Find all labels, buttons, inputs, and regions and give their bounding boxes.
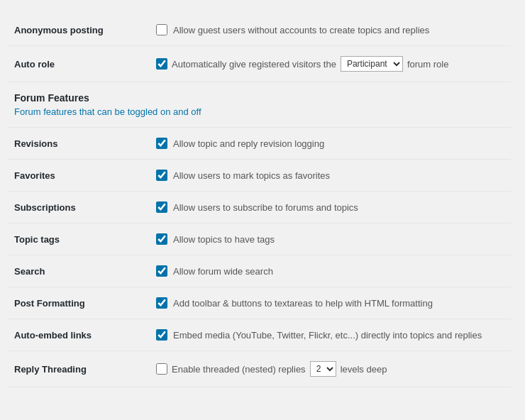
reply-threading-description-before: Enable threaded (nested) replies bbox=[172, 364, 306, 375]
topic-tags-row: Topic tags Allow topics to have tags bbox=[7, 223, 511, 255]
forum-features-heading: Forum Features bbox=[14, 92, 504, 104]
anonymous-posting-row: Anonymous posting Allow guest users with… bbox=[7, 14, 511, 46]
auto-embed-links-checkbox[interactable] bbox=[156, 329, 167, 341]
search-description: Allow forum wide search bbox=[173, 266, 273, 277]
anonymous-posting-label: Anonymous posting bbox=[14, 25, 104, 35]
search-label: Search bbox=[14, 266, 45, 277]
reply-threading-label: Reply Threading bbox=[14, 364, 87, 375]
auto-role-checkbox[interactable] bbox=[156, 58, 167, 70]
post-formatting-label: Post Formatting bbox=[14, 298, 85, 309]
auto-role-label: Auto role bbox=[14, 59, 55, 70]
reply-threading-control: Enable threaded (nested) replies 1 2 3 4… bbox=[156, 361, 504, 377]
favorites-checkbox[interactable] bbox=[156, 170, 167, 181]
subscriptions-row: Subscriptions Allow users to subscribe t… bbox=[7, 192, 511, 223]
anonymous-posting-description: Allow guest users without accounts to cr… bbox=[173, 25, 429, 35]
auto-embed-links-control: Embed media (YouTube, Twitter, Flickr, e… bbox=[156, 329, 504, 341]
reply-threading-select[interactable]: 1 2 3 4 5 bbox=[310, 361, 336, 377]
post-formatting-control: Add toolbar & buttons to textareas to he… bbox=[156, 297, 504, 309]
favorites-label: Favorites bbox=[14, 170, 55, 181]
auto-role-row: Auto role Automatically give registered … bbox=[7, 46, 511, 82]
revisions-control: Allow topic and reply revision logging bbox=[156, 138, 504, 149]
reply-threading-checkbox[interactable] bbox=[156, 363, 167, 375]
anonymous-posting-checkbox[interactable] bbox=[156, 24, 167, 35]
post-formatting-row: Post Formatting Add toolbar & buttons to… bbox=[7, 287, 511, 319]
auto-embed-links-label: Auto-embed links bbox=[14, 330, 92, 341]
auto-embed-links-row: Auto-embed links Embed media (YouTube, T… bbox=[7, 319, 511, 351]
subscriptions-control: Allow users to subscribe to forums and t… bbox=[156, 201, 504, 213]
topic-tags-description: Allow topics to have tags bbox=[173, 234, 275, 245]
auto-role-description-before: Automatically give registered visitors t… bbox=[172, 59, 336, 70]
post-formatting-description: Add toolbar & buttons to textareas to he… bbox=[173, 298, 433, 309]
auto-role-description-after: forum role bbox=[407, 59, 449, 70]
topic-tags-control: Allow topics to have tags bbox=[156, 233, 504, 245]
auto-embed-links-description: Embed media (YouTube, Twitter, Flickr, e… bbox=[173, 330, 482, 341]
revisions-row: Revisions Allow topic and reply revision… bbox=[7, 128, 511, 160]
favorites-control: Allow users to mark topics as favorites bbox=[156, 170, 504, 181]
search-row: Search Allow forum wide search bbox=[7, 255, 511, 287]
auto-role-control: Automatically give registered visitors t… bbox=[156, 56, 504, 72]
revisions-description: Allow topic and reply revision logging bbox=[173, 138, 324, 149]
forum-features-header-row: Forum Features Forum features that can b… bbox=[7, 82, 511, 128]
revisions-label: Revisions bbox=[14, 138, 57, 149]
post-formatting-checkbox[interactable] bbox=[156, 297, 167, 309]
subscriptions-label: Subscriptions bbox=[14, 202, 76, 213]
subscriptions-description: Allow users to subscribe to forums and t… bbox=[173, 202, 358, 213]
subscriptions-checkbox[interactable] bbox=[156, 201, 167, 213]
search-control: Allow forum wide search bbox=[156, 265, 504, 277]
forum-features-subheading: Forum features that can be toggled on an… bbox=[14, 106, 504, 117]
favorites-row: Favorites Allow users to mark topics as … bbox=[7, 160, 511, 192]
search-checkbox[interactable] bbox=[156, 265, 167, 277]
reply-threading-description-after: levels deep bbox=[341, 364, 387, 375]
topic-tags-label: Topic tags bbox=[14, 234, 60, 245]
favorites-description: Allow users to mark topics as favorites bbox=[173, 170, 330, 181]
revisions-checkbox[interactable] bbox=[156, 138, 167, 149]
topic-tags-checkbox[interactable] bbox=[156, 233, 167, 245]
reply-threading-row: Reply Threading Enable threaded (nested)… bbox=[7, 351, 511, 387]
auto-role-select[interactable]: Participant Moderator Keymaster bbox=[341, 56, 403, 72]
anonymous-posting-control: Allow guest users without accounts to cr… bbox=[156, 24, 504, 35]
